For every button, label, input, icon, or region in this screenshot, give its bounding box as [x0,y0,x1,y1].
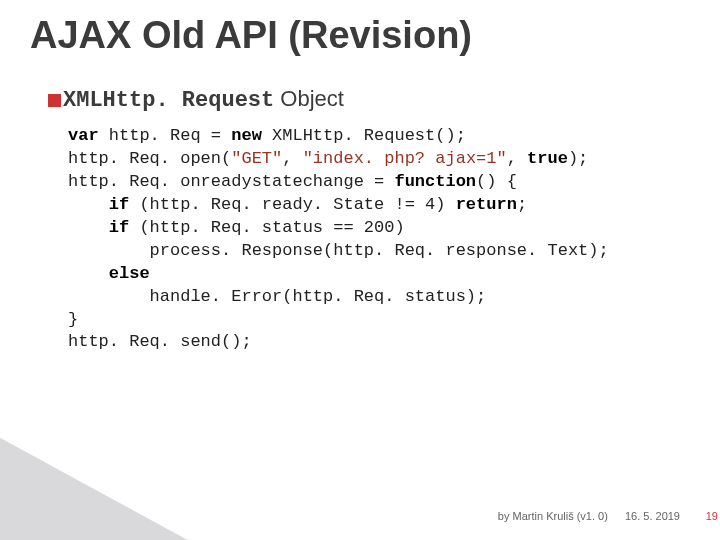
code-text [68,218,109,237]
code-text: (http. Req. ready. State != 4) [129,195,455,214]
subtitle-classname: XMLHttp. Request [63,88,274,113]
bullet-icon [48,94,61,107]
decorative-triangle [0,410,279,540]
footer-date: 16. 5. 2019 [625,510,680,522]
kw-if: if [109,218,129,237]
code-text: http. Req. open( [68,149,231,168]
kw-var: var [68,126,99,145]
code-text: handle. Error(http. Req. status); [68,287,486,306]
subtitle-suffix: Object [274,86,344,111]
page-number: 19 [700,510,718,522]
code-text: () { [476,172,517,191]
kw-if: if [109,195,129,214]
kw-else: else [109,264,150,283]
code-text: ; [517,195,527,214]
string-literal: "GET" [231,149,282,168]
code-text: XMLHttp. Request(); [262,126,466,145]
code-text: , [507,149,527,168]
code-text: http. Req = [99,126,232,145]
kw-return: return [456,195,517,214]
code-block: var http. Req = new XMLHttp. Request(); … [68,125,609,354]
literal-true: true [527,149,568,168]
kw-new: new [231,126,262,145]
footer-author: by Martin Kruliš (v1. 0) [498,510,608,522]
code-text: process. Response(http. Req. response. T… [68,241,609,260]
code-text [68,195,109,214]
code-text: ); [568,149,588,168]
footer: by Martin Kruliš (v1. 0) 16. 5. 2019 [498,510,680,522]
slide-container: AJAX Old API (Revision) XMLHttp. Request… [0,0,720,540]
subtitle: XMLHttp. Request Object [48,86,344,113]
code-text: http. Req. onreadystatechange = [68,172,394,191]
code-text: http. Req. send(); [68,332,252,351]
code-text [68,264,109,283]
code-text: (http. Req. status == 200) [129,218,404,237]
code-text: } [68,310,78,329]
kw-function: function [394,172,476,191]
code-text: , [282,149,302,168]
slide-title: AJAX Old API (Revision) [30,14,472,57]
string-literal: "index. php? ajax=1" [303,149,507,168]
